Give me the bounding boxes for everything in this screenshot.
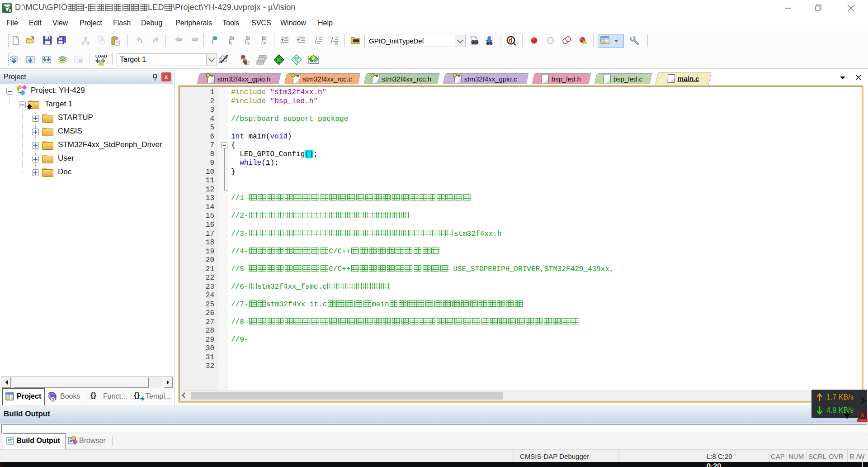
svg-text:LOAD: LOAD — [95, 54, 107, 58]
svg-text:?: ? — [52, 397, 55, 402]
svg-text:d: d — [509, 37, 512, 44]
svg-text:5: 5 — [9, 8, 11, 13]
